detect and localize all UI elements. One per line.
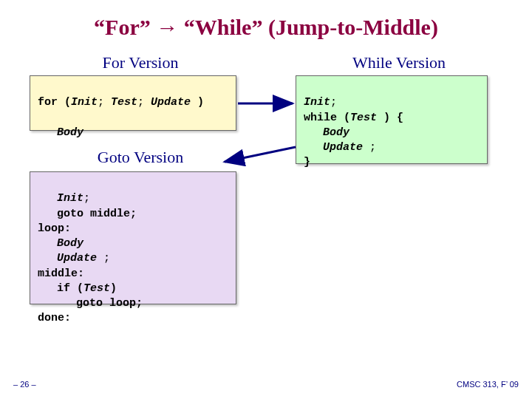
tok-body: Body [38,126,83,140]
tok-sep: ; [98,96,111,109]
heading-goto-version: Goto Version [44,148,236,167]
kw-for: for ( [38,96,71,109]
heading-while-version: While Version [303,53,495,72]
tok-semi: ; [330,96,337,109]
tok-semi: ; [83,192,90,205]
tok-update: Update [323,141,363,154]
tok-test: Test [350,112,377,124]
tok-done-label: done: [38,312,71,324]
heading-for-version: For Version [44,53,236,72]
arrow-while-to-goto [222,144,299,166]
tok-test: Test [111,96,137,109]
tok-init: Init [71,96,98,109]
tok-if-open: if ( [57,282,83,295]
tok-brace-close: } [304,156,310,168]
code-box-while: Init; while (Test ) { Body Update ; } [296,75,488,164]
tok-semi: ; [363,141,376,154]
tok-sep: ; [137,96,151,109]
tok-goto-middle: goto middle; [38,207,137,222]
code-box-for: for (Init; Test; Update ) Body [30,75,236,131]
tok-update: Update [151,96,191,109]
footer-page-number: – 26 – [13,380,36,389]
code-box-goto: Init; goto middle; loop: Body Update ; m… [30,171,236,304]
tok-body: Body [38,236,83,251]
tok-init: Init [57,192,83,205]
tok-if-close: ) [110,282,117,295]
tok-middle-label: middle: [38,267,84,280]
tok-close-brace: ) { [377,112,403,124]
svg-line-3 [225,147,296,162]
tok-init: Init [304,96,330,109]
tok-update: Update [57,252,97,265]
tok-close: ) [191,96,204,109]
arrow-for-to-while [236,96,296,111]
tok-body: Body [304,126,349,140]
kw-while: while ( [304,112,350,124]
tok-semi: ; [97,252,110,265]
tok-test: Test [83,282,110,295]
tok-goto-loop: goto loop; [38,296,143,311]
footer-course-tag: CMSC 313, F’ 09 [457,380,519,389]
tok-loop-label: loop: [38,222,71,235]
page-title: “For” → “While” (Jump-to-Middle) [0,15,532,40]
